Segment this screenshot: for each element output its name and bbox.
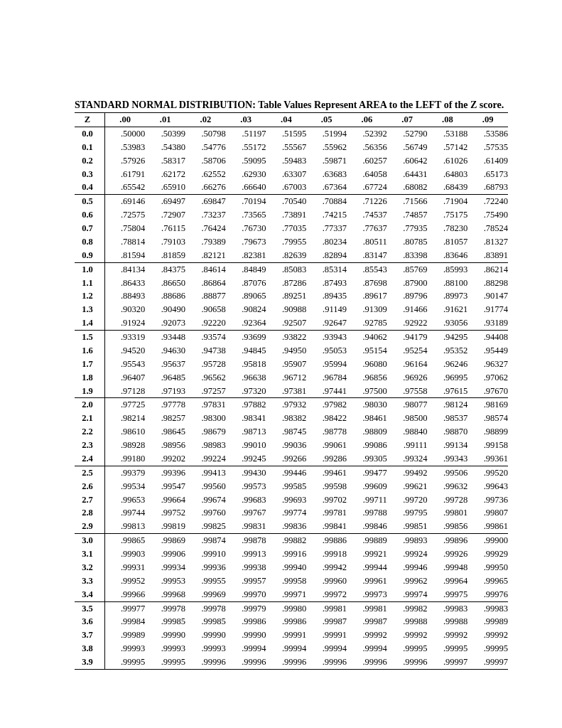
cell-value: .89973 <box>428 289 468 303</box>
z-row-label: 3.5 <box>75 601 105 615</box>
cell-value: .99882 <box>266 534 307 547</box>
cell-value: .99985 <box>145 615 185 628</box>
cell-value: .93056 <box>428 316 468 330</box>
cell-value: .71904 <box>428 195 468 208</box>
cell-value: .72240 <box>468 195 508 208</box>
cell-value: .63307 <box>266 168 307 181</box>
cell-value: .77035 <box>266 222 307 235</box>
cell-value: .99795 <box>387 506 428 520</box>
cell-value: .99305 <box>347 452 387 466</box>
z-row-label: 2.0 <box>75 398 105 412</box>
cell-value: .99893 <box>387 534 428 547</box>
z-row-label: 2.6 <box>75 480 105 493</box>
cell-value: .84134 <box>105 262 146 276</box>
cell-value: .99995 <box>387 642 428 655</box>
col-header: .03 <box>226 113 266 127</box>
cell-value: .81057 <box>428 235 468 249</box>
table-row: 3.9.99995.99995.99996.99996.99996.99996.… <box>75 655 508 669</box>
cell-value: .94950 <box>266 344 307 358</box>
cell-value: .82381 <box>226 249 266 262</box>
z-row-label: 2.1 <box>75 412 105 425</box>
cell-value: .97193 <box>145 385 185 398</box>
cell-value: .85543 <box>347 262 387 276</box>
cell-value: .53188 <box>428 127 468 140</box>
cell-value: .99976 <box>468 588 508 601</box>
cell-value: .99974 <box>387 588 428 601</box>
cell-value: .98645 <box>145 425 185 439</box>
z-row-label: 0.3 <box>75 168 105 181</box>
cell-value: .99977 <box>105 601 146 615</box>
cell-value: .93448 <box>145 331 185 344</box>
cell-value: .87900 <box>387 277 428 290</box>
cell-value: .94520 <box>105 344 146 358</box>
cell-value: .68082 <box>387 181 428 194</box>
cell-value: .53586 <box>468 127 508 140</box>
table-row: 2.1.98214.98257.98300.98341.98382.98422.… <box>75 412 508 425</box>
cell-value: .92364 <box>226 316 266 330</box>
cell-value: .99702 <box>306 493 347 507</box>
table-row: 3.5.99977.99978.99978.99979.99980.99981.… <box>75 601 508 615</box>
cell-value: .99988 <box>428 615 468 628</box>
cell-value: .70194 <box>226 195 266 208</box>
cell-value: .59095 <box>226 154 266 168</box>
z-row-label: 1.6 <box>75 344 105 358</box>
cell-value: .68793 <box>468 181 508 194</box>
cell-value: .83646 <box>428 249 468 262</box>
cell-value: .99813 <box>105 520 146 533</box>
cell-value: .99598 <box>306 480 347 493</box>
cell-value: .94295 <box>428 331 468 344</box>
cell-value: .99224 <box>185 452 226 466</box>
cell-value: .81859 <box>145 249 185 262</box>
cell-value: .99430 <box>226 466 266 479</box>
cell-value: .54776 <box>185 141 226 154</box>
cell-value: .99632 <box>428 480 468 493</box>
cell-value: .95818 <box>226 358 266 371</box>
cell-value: .97615 <box>428 385 468 398</box>
cell-value: .97062 <box>468 371 508 385</box>
cell-value: .99736 <box>468 493 508 507</box>
cell-value: .98422 <box>306 412 347 425</box>
cell-value: .91774 <box>468 303 508 316</box>
cell-value: .99989 <box>105 628 146 642</box>
cell-value: .98956 <box>145 439 185 452</box>
cell-value: .99896 <box>428 534 468 547</box>
cell-value: .99990 <box>185 628 226 642</box>
z-table: Z.00.01.02.03.04.05.06.07.08.09 0.0.5000… <box>75 112 508 670</box>
cell-value: .98610 <box>105 425 146 439</box>
cell-value: .88298 <box>468 277 508 290</box>
table-row: 0.0.50000.50399.50798.51197.51595.51994.… <box>75 127 508 140</box>
cell-value: .69497 <box>145 195 185 208</box>
cell-value: .97670 <box>468 385 508 398</box>
col-header: .09 <box>468 113 508 127</box>
cell-value: .99964 <box>428 574 468 588</box>
cell-value: .96562 <box>185 371 226 385</box>
cell-value: .98899 <box>468 425 508 439</box>
table-row: 2.7.99653.99664.99674.99683.99693.99702.… <box>75 493 508 507</box>
cell-value: .99609 <box>347 480 387 493</box>
z-row-label: 0.9 <box>75 249 105 262</box>
cell-value: .96784 <box>306 371 347 385</box>
cell-value: .99985 <box>185 615 226 628</box>
cell-value: .93574 <box>185 331 226 344</box>
cell-value: .98030 <box>347 398 387 412</box>
cell-value: .99560 <box>185 480 226 493</box>
cell-value: .98300 <box>185 412 226 425</box>
cell-value: .96995 <box>428 371 468 385</box>
cell-value: .99960 <box>306 574 347 588</box>
z-row-label: 3.3 <box>75 574 105 588</box>
cell-value: .99760 <box>185 506 226 520</box>
cell-value: .65173 <box>468 168 508 181</box>
cell-value: .96407 <box>105 371 146 385</box>
cell-value: .99996 <box>226 655 266 669</box>
cell-value: .72575 <box>105 208 146 222</box>
cell-value: .71566 <box>387 195 428 208</box>
cell-value: .99396 <box>145 466 185 479</box>
cell-value: .97381 <box>266 385 307 398</box>
cell-value: .97441 <box>306 385 347 398</box>
cell-value: .99781 <box>306 506 347 520</box>
cell-value: .99983 <box>468 601 508 615</box>
cell-value: .95053 <box>306 344 347 358</box>
cell-value: .99643 <box>468 480 508 493</box>
cell-value: .98169 <box>468 398 508 412</box>
cell-value: .99993 <box>145 642 185 655</box>
